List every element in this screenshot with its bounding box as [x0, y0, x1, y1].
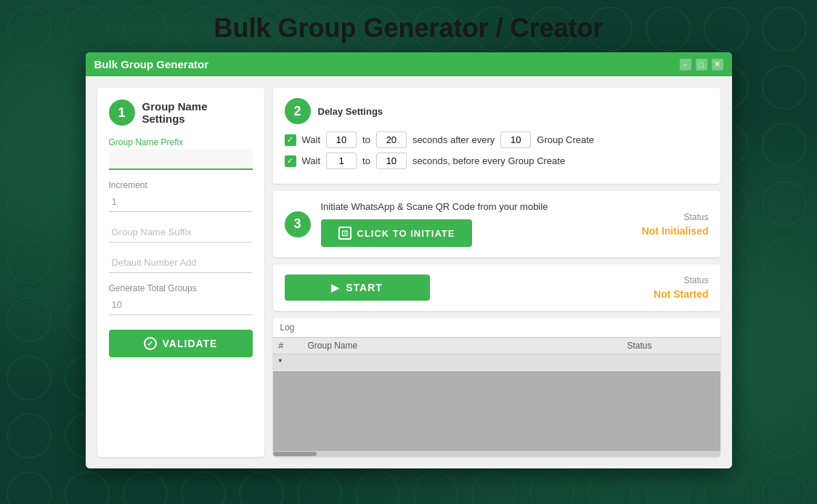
app-window: Bulk Group Generator − □ ✕ 1 Group Name …	[86, 52, 732, 468]
initiate-info: Initiate WhatsApp & Scane QR Code from y…	[321, 201, 582, 247]
log-label: Log	[273, 318, 720, 337]
step2-header: 2 Delay Settings	[285, 98, 709, 124]
wait-label-1: Wait	[302, 134, 321, 145]
increment-label: Increment	[109, 180, 253, 190]
group-create-label-1: Group Create	[537, 134, 594, 145]
delay-row-2: ✓ Wait to seconds, before every Group Cr…	[285, 153, 709, 169]
log-scrollbar-thumb	[273, 452, 317, 456]
titlebar: Bulk Group Generator − □ ✕	[86, 52, 732, 76]
log-row1-hash: *	[279, 357, 308, 367]
log-col-status: Status	[627, 341, 715, 351]
delay-from-2[interactable]	[326, 153, 357, 169]
wait-label-2: Wait	[302, 155, 321, 166]
left-panel: 1 Group Name Settings Group Name Prefix …	[97, 88, 264, 457]
start-label: START	[346, 282, 383, 293]
step1-title: Group Name Settings	[142, 100, 253, 125]
suffix-field	[109, 222, 253, 243]
delay-checkbox-2[interactable]: ✓	[285, 155, 296, 167]
start-status-area: Status Not Started	[593, 275, 709, 300]
delay-settings-card: 2 Delay Settings ✓ Wait to seconds after…	[273, 88, 720, 184]
initiate-status-value: Not Initialised	[642, 225, 709, 237]
initiate-card: 3 Initiate WhatsApp & Scane QR Code from…	[273, 191, 720, 257]
delay-from-1[interactable]	[326, 131, 357, 148]
log-body	[273, 371, 720, 451]
minimize-button[interactable]: −	[680, 59, 691, 70]
initiate-status-label: Status	[683, 212, 708, 222]
after-label-2: seconds, before every Group Create	[412, 155, 565, 166]
default-number-field	[109, 253, 253, 273]
titlebar-controls: − □ ✕	[680, 59, 723, 70]
initiate-btn-label: CLICK TO INITIATE	[357, 228, 455, 239]
qr-icon: ⊡	[338, 227, 351, 240]
start-status-value: Not Started	[654, 288, 708, 300]
default-number-input[interactable]	[109, 253, 253, 273]
delay-checkbox-1[interactable]: ✓	[285, 134, 296, 146]
maximize-button[interactable]: □	[696, 59, 707, 70]
log-row1-status	[627, 357, 715, 367]
delay-to-2[interactable]	[376, 153, 407, 169]
page-title: Bulk Group Generator / Creator	[214, 13, 603, 44]
prefix-label: Group Name Prefix	[109, 137, 253, 147]
step3-circle: 3	[285, 211, 311, 237]
total-groups-input[interactable]	[109, 295, 253, 315]
right-panel: 2 Delay Settings ✓ Wait to seconds after…	[273, 88, 720, 457]
to-label-2: to	[362, 155, 370, 166]
start-status-label: Status	[683, 275, 708, 285]
prefix-field: Group Name Prefix	[109, 137, 253, 170]
titlebar-title: Bulk Group Generator	[94, 58, 209, 70]
to-label-1: to	[362, 134, 370, 145]
increment-field: Increment	[109, 180, 253, 212]
total-groups-label: Generate Total Groups	[109, 283, 253, 293]
checkmark-icon: ✓	[144, 337, 157, 350]
log-scrollbar[interactable]	[273, 451, 720, 457]
initiate-status-area: Status Not Initialised	[593, 212, 709, 237]
validate-label: VALIDATE	[163, 338, 218, 349]
delay-row-1: ✓ Wait to seconds after every Group Crea…	[285, 131, 709, 148]
play-icon: ▶	[331, 282, 340, 293]
prefix-input[interactable]	[109, 149, 253, 170]
validate-button[interactable]: ✓ VALIDATE	[109, 330, 253, 357]
delay-to-1[interactable]	[376, 131, 407, 148]
initiate-text: Initiate WhatsApp & Scane QR Code from y…	[321, 201, 582, 212]
step2-circle: 2	[285, 98, 311, 124]
log-table-header: # Group Name Status	[273, 337, 720, 354]
log-col-hash: #	[279, 341, 308, 351]
start-card: ▶ START Status Not Started	[273, 264, 720, 311]
suffix-input[interactable]	[109, 222, 253, 243]
start-button[interactable]: ▶ START	[285, 275, 430, 301]
close-button[interactable]: ✕	[712, 59, 723, 70]
delay-every-1[interactable]	[500, 131, 531, 148]
log-card: Log # Group Name Status *	[273, 318, 720, 457]
after-label-1: seconds after every	[412, 134, 495, 145]
step2-title: Delay Settings	[318, 106, 383, 117]
step1-header: 1 Group Name Settings	[109, 99, 253, 126]
initiate-button[interactable]: ⊡ CLICK TO INITIATE	[321, 219, 473, 247]
log-row1-name	[308, 357, 627, 367]
increment-input[interactable]	[109, 192, 253, 212]
step1-circle: 1	[109, 99, 135, 126]
total-groups-field: Generate Total Groups	[109, 283, 253, 315]
window-body: 1 Group Name Settings Group Name Prefix …	[86, 76, 732, 468]
log-row-1: *	[273, 354, 720, 371]
log-col-group-name: Group Name	[308, 341, 627, 351]
